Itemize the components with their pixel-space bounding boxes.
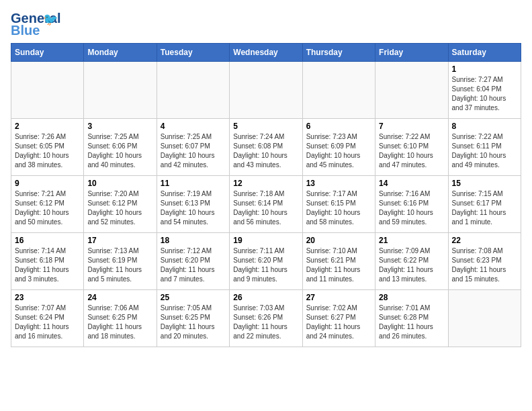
day-header-monday: Monday	[84, 44, 157, 62]
calendar-cell	[448, 290, 521, 347]
day-number: 13	[306, 179, 371, 188]
day-info: Sunrise: 7:27 AM Sunset: 6:04 PM Dayligh…	[452, 75, 517, 113]
day-number: 11	[161, 179, 226, 188]
day-number: 20	[306, 236, 371, 245]
day-number: 28	[379, 293, 444, 302]
calendar-cell: 11Sunrise: 7:19 AM Sunset: 6:13 PM Dayli…	[157, 176, 229, 233]
calendar-header-row: SundayMondayTuesdayWednesdayThursdayFrid…	[11, 44, 521, 62]
day-number: 8	[452, 122, 517, 131]
calendar-cell: 20Sunrise: 7:10 AM Sunset: 6:21 PM Dayli…	[302, 233, 375, 290]
calendar-cell: 8Sunrise: 7:22 AM Sunset: 6:11 PM Daylig…	[448, 119, 521, 176]
calendar-cell	[157, 62, 229, 119]
day-info: Sunrise: 7:11 AM Sunset: 6:20 PM Dayligh…	[233, 246, 298, 284]
day-number: 15	[452, 179, 517, 188]
day-info: Sunrise: 7:15 AM Sunset: 6:17 PM Dayligh…	[452, 189, 517, 227]
calendar-week-row: 9Sunrise: 7:21 AM Sunset: 6:12 PM Daylig…	[11, 176, 521, 233]
calendar-cell: 9Sunrise: 7:21 AM Sunset: 6:12 PM Daylig…	[11, 176, 84, 233]
day-info: Sunrise: 7:10 AM Sunset: 6:21 PM Dayligh…	[306, 246, 371, 284]
day-number: 12	[233, 179, 298, 188]
day-info: Sunrise: 7:25 AM Sunset: 6:07 PM Dayligh…	[161, 132, 226, 170]
day-number: 24	[87, 293, 152, 302]
day-number: 21	[379, 236, 444, 245]
calendar-cell: 5Sunrise: 7:24 AM Sunset: 6:08 PM Daylig…	[230, 119, 302, 176]
day-info: Sunrise: 7:12 AM Sunset: 6:20 PM Dayligh…	[161, 246, 226, 284]
day-number: 14	[379, 179, 444, 188]
day-number: 7	[379, 122, 444, 131]
calendar-cell: 27Sunrise: 7:02 AM Sunset: 6:27 PM Dayli…	[302, 290, 375, 347]
calendar-cell: 24Sunrise: 7:06 AM Sunset: 6:25 PM Dayli…	[84, 290, 157, 347]
day-number: 18	[161, 236, 226, 245]
calendar-cell: 12Sunrise: 7:18 AM Sunset: 6:14 PM Dayli…	[230, 176, 302, 233]
day-number: 27	[306, 293, 371, 302]
calendar-week-row: 23Sunrise: 7:07 AM Sunset: 6:24 PM Dayli…	[11, 290, 521, 347]
logo: General Blue 🐦	[11, 11, 46, 38]
calendar-cell: 21Sunrise: 7:09 AM Sunset: 6:22 PM Dayli…	[375, 233, 448, 290]
day-number: 19	[233, 236, 298, 245]
day-info: Sunrise: 7:20 AM Sunset: 6:12 PM Dayligh…	[87, 189, 152, 227]
calendar-cell	[302, 62, 375, 119]
day-info: Sunrise: 7:24 AM Sunset: 6:08 PM Dayligh…	[233, 132, 298, 170]
calendar-cell: 14Sunrise: 7:16 AM Sunset: 6:16 PM Dayli…	[375, 176, 448, 233]
day-info: Sunrise: 7:19 AM Sunset: 6:13 PM Dayligh…	[161, 189, 226, 227]
calendar-table: SundayMondayTuesdayWednesdayThursdayFrid…	[11, 43, 521, 347]
day-info: Sunrise: 7:05 AM Sunset: 6:25 PM Dayligh…	[161, 304, 226, 341]
day-header-wednesday: Wednesday	[230, 44, 302, 62]
day-header-tuesday: Tuesday	[157, 44, 229, 62]
calendar-cell: 28Sunrise: 7:01 AM Sunset: 6:28 PM Dayli…	[375, 290, 448, 347]
calendar-cell: 22Sunrise: 7:08 AM Sunset: 6:23 PM Dayli…	[448, 233, 521, 290]
day-info: Sunrise: 7:09 AM Sunset: 6:22 PM Dayligh…	[379, 246, 444, 284]
day-number: 16	[15, 236, 80, 245]
calendar-cell: 19Sunrise: 7:11 AM Sunset: 6:20 PM Dayli…	[230, 233, 302, 290]
day-info: Sunrise: 7:18 AM Sunset: 6:14 PM Dayligh…	[233, 189, 298, 227]
calendar-cell: 1Sunrise: 7:27 AM Sunset: 6:04 PM Daylig…	[448, 62, 521, 119]
calendar-cell: 15Sunrise: 7:15 AM Sunset: 6:17 PM Dayli…	[448, 176, 521, 233]
day-number: 1	[452, 64, 517, 74]
day-info: Sunrise: 7:02 AM Sunset: 6:27 PM Dayligh…	[306, 304, 371, 341]
day-number: 2	[15, 122, 80, 131]
day-info: Sunrise: 7:17 AM Sunset: 6:15 PM Dayligh…	[306, 189, 371, 227]
day-info: Sunrise: 7:08 AM Sunset: 6:23 PM Dayligh…	[452, 246, 517, 284]
day-header-saturday: Saturday	[448, 44, 521, 62]
day-number: 26	[233, 293, 298, 302]
calendar-cell: 17Sunrise: 7:13 AM Sunset: 6:19 PM Dayli…	[84, 233, 157, 290]
day-number: 22	[452, 236, 517, 245]
calendar-cell: 7Sunrise: 7:22 AM Sunset: 6:10 PM Daylig…	[375, 119, 448, 176]
calendar-cell: 3Sunrise: 7:25 AM Sunset: 6:06 PM Daylig…	[84, 119, 157, 176]
day-number: 10	[87, 179, 152, 188]
day-number: 4	[161, 122, 226, 131]
day-number: 5	[233, 122, 298, 131]
calendar-cell: 13Sunrise: 7:17 AM Sunset: 6:15 PM Dayli…	[302, 176, 375, 233]
day-number: 17	[87, 236, 152, 245]
day-header-thursday: Thursday	[302, 44, 375, 62]
calendar-cell: 18Sunrise: 7:12 AM Sunset: 6:20 PM Dayli…	[157, 233, 229, 290]
calendar-cell: 23Sunrise: 7:07 AM Sunset: 6:24 PM Dayli…	[11, 290, 84, 347]
calendar-cell: 10Sunrise: 7:20 AM Sunset: 6:12 PM Dayli…	[84, 176, 157, 233]
day-info: Sunrise: 7:25 AM Sunset: 6:06 PM Dayligh…	[87, 132, 152, 170]
day-info: Sunrise: 7:22 AM Sunset: 6:10 PM Dayligh…	[379, 132, 444, 170]
day-number: 25	[161, 293, 226, 302]
calendar-cell	[84, 62, 157, 119]
day-info: Sunrise: 7:06 AM Sunset: 6:25 PM Dayligh…	[87, 304, 152, 341]
calendar-cell	[230, 62, 302, 119]
calendar-cell	[375, 62, 448, 119]
day-info: Sunrise: 7:23 AM Sunset: 6:09 PM Dayligh…	[306, 132, 371, 170]
calendar-cell: 6Sunrise: 7:23 AM Sunset: 6:09 PM Daylig…	[302, 119, 375, 176]
day-info: Sunrise: 7:14 AM Sunset: 6:18 PM Dayligh…	[15, 246, 80, 284]
calendar-cell	[11, 62, 84, 119]
day-info: Sunrise: 7:26 AM Sunset: 6:05 PM Dayligh…	[15, 132, 80, 170]
calendar-cell: 25Sunrise: 7:05 AM Sunset: 6:25 PM Dayli…	[157, 290, 229, 347]
day-info: Sunrise: 7:21 AM Sunset: 6:12 PM Dayligh…	[15, 189, 80, 227]
day-info: Sunrise: 7:22 AM Sunset: 6:11 PM Dayligh…	[452, 132, 517, 170]
calendar-week-row: 16Sunrise: 7:14 AM Sunset: 6:18 PM Dayli…	[11, 233, 521, 290]
calendar-cell: 4Sunrise: 7:25 AM Sunset: 6:07 PM Daylig…	[157, 119, 229, 176]
calendar-cell: 16Sunrise: 7:14 AM Sunset: 6:18 PM Dayli…	[11, 233, 84, 290]
calendar-cell: 2Sunrise: 7:26 AM Sunset: 6:05 PM Daylig…	[11, 119, 84, 176]
calendar-cell: 26Sunrise: 7:03 AM Sunset: 6:26 PM Dayli…	[230, 290, 302, 347]
day-header-sunday: Sunday	[11, 44, 84, 62]
day-number: 6	[306, 122, 371, 131]
day-number: 23	[15, 293, 80, 302]
page-header: General Blue 🐦	[11, 11, 521, 38]
day-info: Sunrise: 7:07 AM Sunset: 6:24 PM Dayligh…	[15, 304, 80, 341]
day-info: Sunrise: 7:16 AM Sunset: 6:16 PM Dayligh…	[379, 189, 444, 227]
day-info: Sunrise: 7:03 AM Sunset: 6:26 PM Dayligh…	[233, 304, 298, 341]
